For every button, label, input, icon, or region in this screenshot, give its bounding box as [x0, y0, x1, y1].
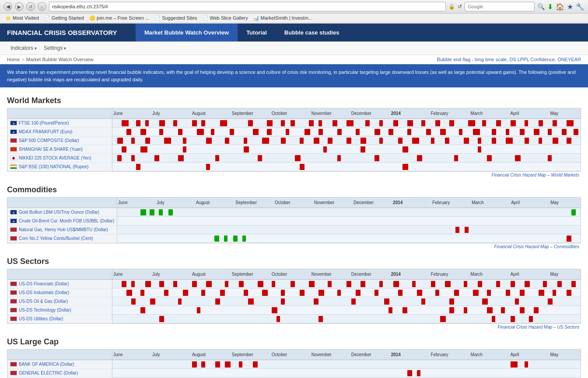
label-utilities[interactable]: US-DS Utilities (Dollar)	[7, 315, 112, 323]
month-may-wm: May	[550, 111, 558, 116]
world-markets-chart: ★ FTSE 100 (Pound/Pence) ★ MDAX FRANKFUR…	[7, 108, 581, 172]
chart-row-financials	[112, 280, 581, 288]
us-large-cap-chart: BANK OF AMERICA (Dollar) GENERAL ELECTRI…	[7, 349, 581, 378]
refresh-icon[interactable]: ↺	[458, 3, 462, 10]
month-september-us: September	[232, 272, 253, 277]
chart-row-crude-oil	[117, 217, 581, 225]
breadcrumb-current[interactable]: Market Bubble Watch Overview	[26, 57, 94, 62]
label-crude-oil[interactable]: ★ Crude Oil-Brent Cur. Month FOB US/BBL …	[7, 217, 117, 225]
us-large-cap-labels: BANK OF AMERICA (Dollar) GENERAL ELECTRI…	[7, 350, 112, 378]
world-markets-footer[interactable]: Financial Crisis Hazard Map – World Mark…	[7, 172, 581, 178]
label-sp500[interactable]: S&P 500 COMPOSITE (Dollar)	[7, 136, 112, 145]
commodities-chart-area: June July August September October Novem…	[117, 198, 581, 243]
star-icon[interactable]: ★	[567, 3, 573, 11]
label-oil-gas[interactable]: US-DS Oil & Gas (Dollar)	[7, 297, 112, 306]
label-natural-gas[interactable]: Natural Gas, Henry Hub US$/MMBTU (Dollar…	[7, 225, 117, 234]
flag-cn-1	[10, 147, 17, 152]
back-button[interactable]: ◀	[4, 2, 12, 11]
web-slice-bookmark[interactable]: 📄 Web Slice Gallery	[201, 14, 250, 22]
flag-eu-1: ★	[10, 121, 17, 125]
label-technology[interactable]: US-DS Technology (Dollar)	[7, 306, 112, 315]
marketsmith-bookmark[interactable]: 📊 MarketSmith | Investm...	[252, 14, 314, 22]
chart-row-technology	[112, 306, 581, 315]
chart-row-mdax	[112, 128, 581, 136]
flag-eu-gold: ★	[10, 210, 17, 215]
month-july-com: July	[157, 200, 164, 205]
most-visited-bookmark[interactable]: ⭐ Most Visited	[4, 14, 41, 22]
forward-button[interactable]: ▶	[15, 2, 24, 11]
month-july-us: July	[152, 272, 160, 277]
flag-us-ge	[10, 371, 17, 375]
month-february-com: February	[432, 200, 450, 205]
label-ge[interactable]: GENERAL ELECTRIC (Dollar)	[7, 369, 112, 378]
chart-row-sp500	[112, 136, 581, 145]
label-industrials[interactable]: US-DS Industrials (Dollar)	[7, 288, 112, 297]
us-sectors-footer[interactable]: Financial Crisis Hazard Map – US Sectors	[7, 324, 581, 330]
url-bar[interactable]	[49, 2, 446, 11]
search-icon[interactable]: 🔍	[537, 3, 545, 10]
month-june-us: June	[112, 272, 123, 277]
month-march-lc: March	[471, 352, 483, 357]
flag-us-boa	[10, 362, 17, 367]
suggested-sites-bookmark[interactable]: 📄 Suggested Sites	[153, 14, 199, 22]
home-button[interactable]: ⌂	[38, 2, 46, 11]
label-corn[interactable]: Corn No.2 Yellow Cents/Bushel (Cent)	[7, 234, 117, 243]
tab-market-bubble[interactable]: Market Bubble Watch Overview	[136, 24, 238, 42]
month-may-us: May	[550, 272, 558, 277]
breadcrumb-home[interactable]: Home	[7, 57, 20, 62]
flag-us-1	[10, 138, 17, 143]
year-2014-us: 2014	[391, 272, 401, 277]
month-march-wm: March	[471, 111, 483, 116]
indicators-menu[interactable]: Indicators ▾	[7, 43, 40, 53]
label-ftse100[interactable]: ★ FTSE 100 (Pound/Pence)	[7, 119, 112, 128]
bookmarks-bar: ⭐ Most Visited 📄 Getting Started 🟡 join.…	[0, 14, 588, 23]
us-sectors-chart-area: June July August September October Novem…	[112, 269, 581, 323]
flag-us-gas	[10, 227, 17, 232]
flag-us-ind	[10, 290, 17, 295]
tools-icon[interactable]: 🔧	[576, 3, 584, 11]
commodities-title: Commodities	[7, 185, 581, 194]
label-mdax[interactable]: ★ MDAX FRANKFURT (Euro)	[7, 128, 112, 136]
month-december-us: December	[351, 272, 371, 277]
label-gold[interactable]: ★ Gold Bullion LBM US/Troy Ounce (Dollar…	[7, 208, 117, 217]
tab-bubble-case-studies[interactable]: Bubble case studies	[276, 24, 348, 42]
label-boa[interactable]: BANK OF AMERICA (Dollar)	[7, 360, 112, 369]
search-input[interactable]	[465, 2, 535, 11]
commodities-labels: ★ Gold Bullion LBM US/Troy Ounce (Dollar…	[7, 198, 117, 243]
info-banner: We share here an experiment presenting n…	[0, 64, 588, 87]
breadcrumb-indicator-link[interactable]: Bubble end flag - long time scale, DS LP…	[437, 57, 581, 62]
month-october-wm: October	[272, 111, 287, 116]
world-markets-rows	[112, 119, 581, 171]
chart-row-nikkei	[112, 154, 581, 163]
us-large-cap-timeline: June July August September October Novem…	[112, 350, 581, 360]
chart-row-boa	[112, 360, 581, 369]
label-shanghai[interactable]: SHANGHAI SE A SHARE (Yuan)	[7, 145, 112, 154]
flag-eu-2: ★	[10, 129, 17, 134]
browser-toolbar: ◀ ▶ ↺ ⌂ 🔒 ↺ 🔍 ⬇ 🏠 ★ 🔧	[0, 0, 588, 14]
us-sectors-title: US Sectors	[7, 257, 581, 266]
year-2014-lc: 2014	[391, 352, 401, 357]
refresh-button[interactable]: ↺	[26, 2, 35, 11]
month-june-lc: June	[112, 352, 123, 357]
label-financials[interactable]: US-DS Financials (Dollar)	[7, 280, 112, 288]
label-nikkei[interactable]: NIKKEI 225 STOCK AVERAGE (Yen)	[7, 154, 112, 163]
breadcrumb-left: Home > Market Bubble Watch Overview	[7, 57, 93, 62]
indicators-arrow: ▾	[35, 46, 37, 51]
world-markets-timeline: June July August September October Novem…	[112, 108, 581, 119]
settings-arrow: ▾	[64, 46, 66, 51]
commodities-chart-wrapper: ★ Gold Bullion LBM US/Troy Ounce (Dollar…	[7, 197, 581, 250]
app-header: FINANCIAL CRISIS OBSERVATORY Market Bubb…	[0, 24, 588, 42]
label-spbse[interactable]: S&P BSE (100) NATIONAL (Rupee)	[7, 163, 112, 171]
flag-us-tech	[10, 308, 17, 312]
commodities-footer[interactable]: Financial Crisis Hazard Map – Commoditie…	[7, 243, 581, 250]
getting-started-bookmark[interactable]: 📄 Getting Started	[42, 14, 86, 22]
year-2014-wm: 2014	[391, 111, 401, 116]
download-icon[interactable]: ⬇	[547, 3, 553, 11]
settings-menu[interactable]: Settings ▾	[40, 43, 70, 53]
us-large-cap-chart-wrapper: BANK OF AMERICA (Dollar) GENERAL ELECTRI…	[7, 349, 581, 378]
tab-tutorial[interactable]: Tutorial	[238, 24, 276, 42]
world-markets-chart-area: June July August September October Novem…	[112, 108, 581, 171]
world-markets-labels: ★ FTSE 100 (Pound/Pence) ★ MDAX FRANKFUR…	[7, 108, 112, 171]
joinme-bookmark[interactable]: 🟡 join.me – Free Screen ...	[88, 14, 151, 22]
home-nav-icon[interactable]: 🏠	[556, 3, 564, 11]
